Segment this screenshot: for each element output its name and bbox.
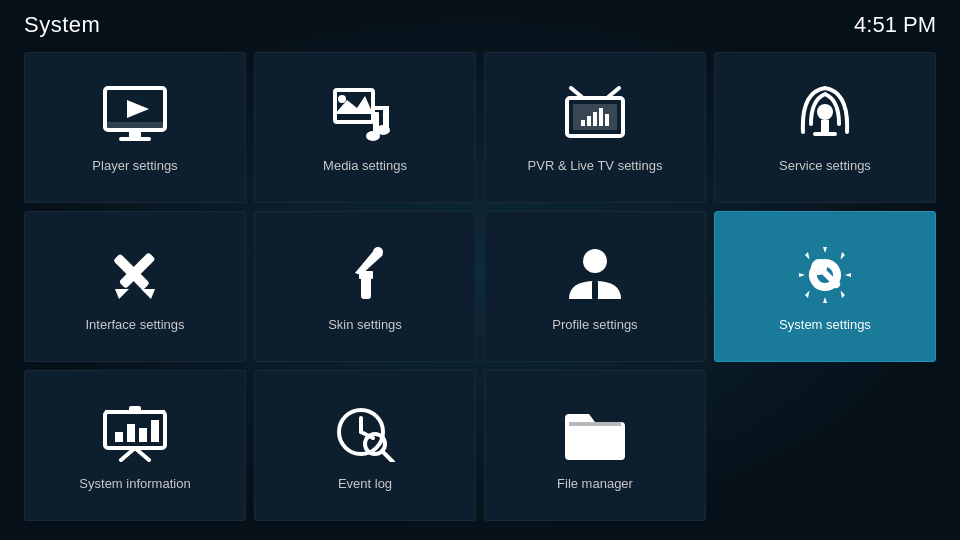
svg-rect-23 <box>813 132 837 136</box>
app-title: System <box>24 12 100 38</box>
svg-rect-40 <box>115 432 123 442</box>
file-manager-label: File manager <box>549 476 641 491</box>
svg-rect-22 <box>821 120 829 132</box>
profile-settings-icon <box>560 242 630 307</box>
event-log-label: Event log <box>330 476 400 491</box>
header: System 4:51 PM <box>0 0 960 46</box>
grid-item-system-settings[interactable]: System settings <box>714 211 936 362</box>
pvr-settings-label: PVR & Live TV settings <box>520 158 671 173</box>
svg-rect-42 <box>139 428 147 442</box>
player-settings-label: Player settings <box>84 158 185 173</box>
skin-settings-label: Skin settings <box>320 317 410 332</box>
system-information-label: System information <box>71 476 198 491</box>
svg-point-10 <box>376 125 390 135</box>
grid-item-profile-settings[interactable]: Profile settings <box>484 211 706 362</box>
svg-rect-17 <box>587 116 591 126</box>
svg-rect-2 <box>129 130 141 138</box>
svg-point-6 <box>338 95 346 103</box>
event-log-icon <box>330 401 400 466</box>
svg-point-30 <box>373 247 383 257</box>
skin-settings-icon <box>330 242 400 307</box>
svg-marker-25 <box>115 289 129 299</box>
app-container: System 4:51 PM Player settings <box>0 0 960 540</box>
file-manager-icon <box>560 401 630 466</box>
media-settings-label: Media settings <box>315 158 415 173</box>
grid-item-player-settings[interactable]: Player settings <box>24 52 246 203</box>
svg-rect-41 <box>127 424 135 442</box>
profile-settings-label: Profile settings <box>544 317 645 332</box>
svg-rect-11 <box>373 106 389 110</box>
svg-rect-18 <box>593 112 597 126</box>
grid-item-event-log[interactable]: Event log <box>254 370 476 521</box>
grid-item-empty <box>714 370 936 521</box>
grid-item-pvr-settings[interactable]: PVR & Live TV settings <box>484 52 706 203</box>
svg-marker-4 <box>127 100 149 118</box>
settings-grid: Player settings <box>0 46 960 531</box>
player-settings-icon <box>100 83 170 148</box>
svg-marker-27 <box>141 289 155 299</box>
grid-item-skin-settings[interactable]: Skin settings <box>254 211 476 362</box>
svg-rect-3 <box>119 137 151 141</box>
svg-rect-1 <box>105 122 165 130</box>
interface-settings-label: Interface settings <box>78 317 193 332</box>
media-settings-icon <box>330 83 400 148</box>
svg-line-50 <box>382 451 393 462</box>
system-information-icon <box>100 401 170 466</box>
svg-rect-19 <box>599 108 603 126</box>
grid-item-file-manager[interactable]: File manager <box>484 370 706 521</box>
service-settings-label: Service settings <box>771 158 879 173</box>
svg-rect-32 <box>592 281 598 299</box>
grid-item-media-settings[interactable]: Media settings <box>254 52 476 203</box>
pvr-settings-icon <box>560 83 630 148</box>
system-settings-label: System settings <box>771 317 879 332</box>
interface-settings-icon <box>100 242 170 307</box>
clock: 4:51 PM <box>854 12 936 38</box>
svg-rect-43 <box>151 420 159 442</box>
grid-item-interface-settings[interactable]: Interface settings <box>24 211 246 362</box>
service-settings-icon <box>790 83 860 148</box>
svg-rect-45 <box>129 406 141 412</box>
grid-item-system-information[interactable]: System information <box>24 370 246 521</box>
svg-point-31 <box>583 249 607 273</box>
grid-item-service-settings[interactable]: Service settings <box>714 52 936 203</box>
svg-point-21 <box>817 104 833 120</box>
svg-rect-20 <box>605 114 609 126</box>
svg-rect-16 <box>581 120 585 126</box>
system-settings-icon <box>790 242 860 307</box>
